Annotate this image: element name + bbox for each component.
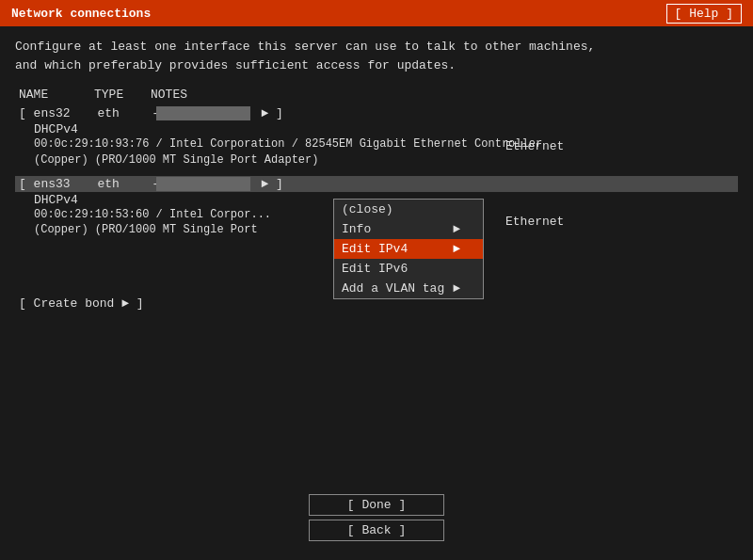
bracket-open-ens32: [: [19, 106, 34, 120]
iface-ip-ens33: [156, 177, 250, 191]
iface-dash-ens32: -: [137, 106, 156, 120]
title-bar: Network connections [ Help ]: [0, 0, 753, 26]
ethernet-label-ens33: Ethernet: [505, 215, 564, 229]
iface-type-ens32: eth: [90, 106, 137, 120]
iface-dhcp-ens32: DHCPv4: [15, 121, 738, 136]
menu-item-info[interactable]: Info ►: [334, 219, 483, 239]
iface-row-ens33[interactable]: [ ens33 eth - ► ]: [15, 176, 738, 192]
app-title: Network connections: [11, 7, 151, 21]
menu-item-info-label: Info: [342, 222, 371, 236]
iface-arrow-ens33: ► ]: [254, 177, 283, 191]
description: Configure at least one interface this se…: [15, 38, 738, 74]
menu-item-close[interactable]: (close): [334, 200, 483, 219]
menu-item-edit-ipv4-label: Edit IPv4: [342, 242, 408, 256]
menu-item-edit-ipv6[interactable]: Edit IPv6: [334, 259, 483, 279]
edit-ipv4-submenu-arrow: ►: [453, 242, 460, 256]
context-menu: (close) Info ► Edit IPv4 ► Edit IPv6 Add…: [333, 199, 484, 299]
back-button[interactable]: [ Back ]: [309, 520, 444, 541]
menu-item-edit-ipv4[interactable]: Edit IPv4 ►: [334, 239, 483, 259]
iface-name-ens32: ens32: [34, 106, 90, 120]
menu-item-add-vlan[interactable]: Add a VLAN tag ►: [334, 279, 483, 298]
col-header-notes: NOTES: [151, 88, 339, 102]
help-button[interactable]: [ Help ]: [666, 4, 742, 24]
bracket-open-ens33: [: [19, 177, 34, 191]
bottom-buttons: [ Done ] [ Back ]: [0, 494, 753, 541]
interface-ens32[interactable]: [ ens32 eth - ► ] DHCPv4 00:0c:29:10:93:…: [15, 105, 738, 168]
menu-item-add-vlan-label: Add a VLAN tag: [342, 281, 444, 296]
description-line2: and which preferably provides sufficient…: [15, 56, 738, 75]
ethernet-label-ens32: Ethernet: [505, 139, 564, 153]
iface-name-ens33: ens33: [34, 177, 90, 191]
iface-dash-ens33: -: [137, 177, 156, 191]
add-vlan-submenu-arrow: ►: [453, 281, 460, 296]
content-area: Configure at least one interface this se…: [0, 26, 753, 324]
iface-ip-ens32: [156, 106, 250, 120]
info-submenu-arrow: ►: [453, 222, 460, 236]
iface-mac-ens32: 00:0c:29:10:93:76 / Intel Corporation / …: [15, 136, 738, 168]
done-button[interactable]: [ Done ]: [309, 494, 444, 516]
description-line1: Configure at least one interface this se…: [15, 38, 738, 56]
iface-mac-line2-ens32: (Copper) (PRO/1000 MT Single Port Adapte…: [34, 152, 738, 168]
iface-mac-line1-ens32: 00:0c:29:10:93:76 / Intel Corporation / …: [34, 136, 738, 152]
table-header: NAME TYPE NOTES: [15, 88, 738, 102]
menu-item-close-label: (close): [342, 202, 393, 216]
iface-row-ens32[interactable]: [ ens32 eth - ► ]: [15, 105, 738, 121]
iface-arrow-ens32: ► ]: [254, 106, 283, 120]
iface-type-ens33: eth: [90, 177, 137, 191]
col-header-name: NAME: [19, 88, 94, 102]
col-header-type: TYPE: [94, 88, 151, 102]
menu-item-edit-ipv6-label: Edit IPv6: [342, 262, 408, 276]
